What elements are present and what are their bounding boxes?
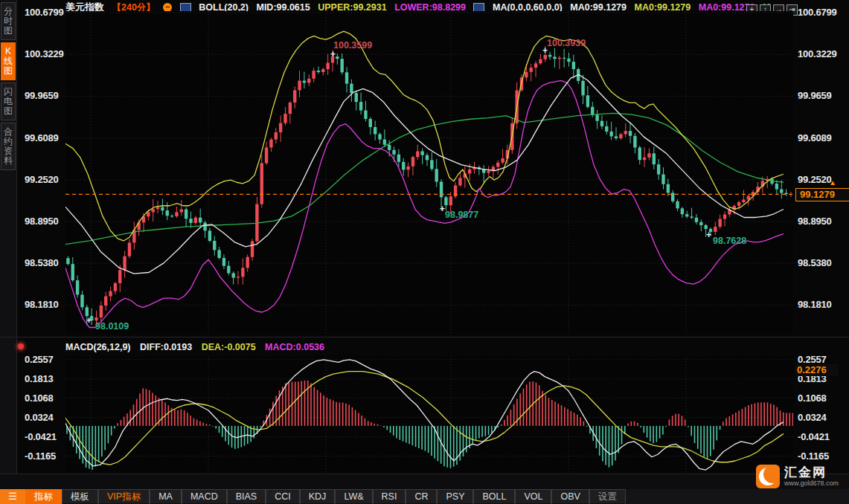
current-price-tag: 99.1279 [795,188,849,201]
extreme-marker-icon: + [86,315,92,326]
toolbar-button-设置[interactable]: 设置 [589,489,626,504]
price-annotation: 100.3939 [547,38,586,48]
price-label: 99.9659 [25,90,59,101]
price-label: 100.3229 [798,48,837,59]
alert-dot-icon[interactable] [18,343,24,349]
macd-label: 0.1068 [798,392,827,404]
toolbar-button-VOL[interactable]: VOL [515,489,551,504]
price-label: 99.9659 [798,90,832,101]
panel-divider [0,337,849,337]
price-label: 100.3229 [25,48,64,59]
toolbar-button-OBV[interactable]: OBV [551,489,589,504]
toolbar-button-LW&[interactable]: LW& [335,489,372,504]
sidebar-item-1[interactable]: 分 时 图 [1,2,16,40]
toolbar-button-MA[interactable]: MA [150,489,182,504]
toolbar-button-VIP指标[interactable]: VIP指标 [98,489,150,504]
extreme-marker-icon: + [706,230,711,240]
price-label: 98.1810 [25,299,59,310]
price-label: 98.1810 [798,299,832,310]
toolbar-button-BIAS[interactable]: BIAS [227,489,266,504]
candlestick-chart[interactable] [65,11,793,335]
logo-title: 汇金网 [784,466,839,479]
macd-dea-value: DEA:-0.0075 [202,342,256,352]
macd-label: 0.0324 [25,412,54,423]
macd-diff-value: DIFF:0.0193 [140,342,192,352]
toolbar-button-BOLL[interactable]: BOLL [473,489,515,504]
price-annotation: 98.9877 [445,210,478,220]
macd-label: -0.0421 [798,431,830,442]
sidebar-item-3[interactable]: 闪 电 图 [1,83,16,120]
price-up-arrow-icon: ▲ [829,178,836,187]
price-label: 100.6799 [25,7,64,18]
price-annotation: 98.7628 [713,236,746,246]
price-label: 99.2520 [25,174,59,185]
brand-logo: 汇金网 www.gold678.com [756,462,849,491]
price-label: 100.6799 [798,7,837,18]
price-label: 99.6089 [25,132,59,143]
macd-label: -0.0421 [25,431,57,442]
toolbar-button-RSI[interactable]: RSI [373,489,406,504]
toolbar-button-KDJ[interactable]: KDJ [300,489,336,504]
sidebar: 分 时 图K 线 图闪 电 图合 约 资 料 [0,0,17,504]
price-label: 98.8950 [798,216,832,227]
logo-url: www.gold678.com [784,479,839,487]
price-label: 98.8950 [25,216,59,227]
macd-label: MACD(26,12,9) [65,342,131,352]
toolbar-button-模板[interactable]: 模板 [62,489,98,504]
extreme-marker-icon: + [440,204,445,214]
price-annotation: 100.3599 [333,40,372,51]
price-label: 98.5380 [25,257,59,268]
macd-header: MACD(26,12,9) DIFF:0.0193 DEA:-0.0075 MA… [65,342,331,352]
price-annotation: 98.0109 [95,321,129,332]
toolbar-button-CCI[interactable]: CCI [266,489,300,504]
extreme-marker-icon: + [330,49,336,59]
price-label: 99.6089 [798,132,832,143]
price-label: 98.5380 [798,257,832,268]
menu-button[interactable]: ☰ [0,489,25,504]
toolbar-button-CR[interactable]: CR [406,489,437,504]
macd-highlight-tag: 0.2276 [795,364,839,376]
toolbar-button-MACD[interactable]: MACD [182,489,227,504]
toolbar-button-指标[interactable]: 指标 [25,489,62,504]
macd-macd-value: MACD:0.0536 [265,342,324,352]
macd-label: 0.2557 [25,354,54,365]
sidebar-item-4[interactable]: 合 约 资 料 [1,123,16,170]
macd-label: 0.0324 [798,412,827,423]
logo-icon [756,465,780,488]
macd-label: 0.2557 [798,354,827,365]
indicator-toolbar: ☰ 指标模板VIP指标MAMACDBIASCCIKDJLW&RSICRPSYBO… [0,489,849,504]
extreme-marker-icon: + [542,45,548,56]
macd-label: 0.1813 [25,373,54,384]
macd-label: -0.1165 [25,450,56,462]
time-axis-bar: 240分 ▲ 10/1710/2711/0511/1412/032025/11/… [0,474,849,489]
price-label: 99.2520 [798,174,832,185]
toolbar-button-PSY[interactable]: PSY [437,489,473,504]
macd-chart[interactable] [65,355,793,472]
macd-label: -0.1165 [798,450,829,462]
macd-label: 0.1068 [25,392,54,404]
sidebar-item-2[interactable]: K 线 图 [1,42,16,80]
trading-app-window: 分 时 图K 线 图闪 电 图合 约 资 料 美元指数 【240分】 − BOL… [0,0,849,504]
